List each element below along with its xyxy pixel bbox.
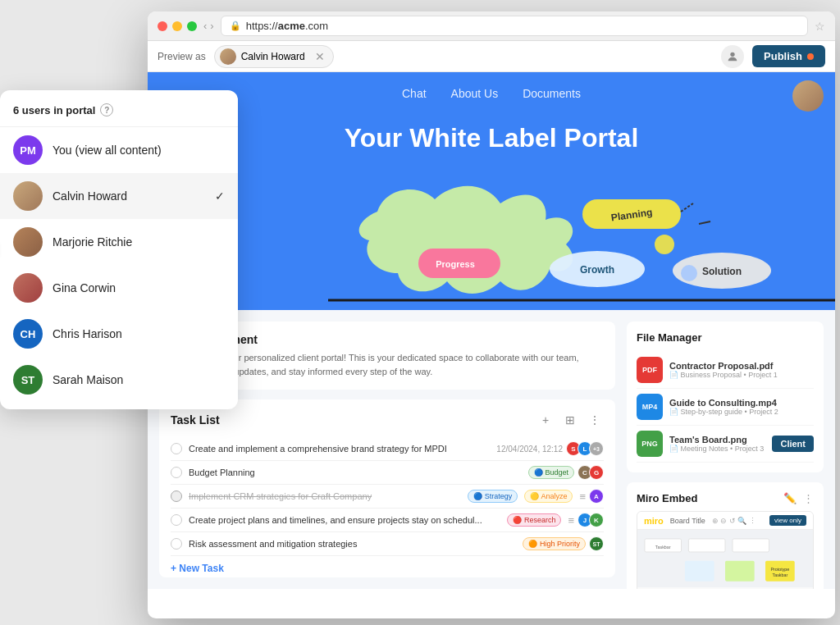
add-task-icon[interactable]: +	[536, 411, 555, 429]
file-manager-card: File Manager PDF Contractor Proposal.pdf…	[627, 322, 824, 472]
nav-arrows: ‹ ›	[203, 20, 214, 32]
list-item: PDF Contractor Proposal.pdf 📄 Business P…	[637, 352, 814, 389]
close-traffic-light[interactable]	[158, 21, 167, 31]
new-task-button[interactable]: + New Task	[171, 556, 604, 574]
svg-text:Solution: Solution	[702, 266, 742, 277]
file-meta: 📄 Business Proposal • Project 1	[669, 371, 814, 379]
task-card: Task List + ⊞ ⋮ Create and implement a c…	[159, 399, 615, 577]
task-checkbox[interactable]	[171, 538, 182, 550]
mp4-icon: MP4	[637, 394, 663, 420]
traffic-lights	[158, 21, 197, 31]
svg-text:Growth: Growth	[580, 264, 614, 276]
task-checkbox[interactable]	[171, 467, 182, 478]
task-avatars: C G	[581, 465, 604, 480]
file-info: Guide to Consulting.mp4 📄 Step-by-step g…	[669, 398, 814, 416]
main-content: Announcement Welcome to your personalize…	[148, 310, 835, 589]
task-text: Create and implement a comprehensive bra…	[189, 444, 490, 454]
svg-rect-16	[688, 539, 725, 552]
user-name: Gina Corwin	[52, 281, 116, 294]
url-bar[interactable]: 🔒 https://acme.com	[221, 16, 808, 36]
list-item[interactable]: Marjorie Ritchie	[0, 219, 238, 265]
list-item: PNG Team's Board.png 📄 Meeting Notes • P…	[637, 426, 814, 463]
nav-chat[interactable]: Chat	[402, 87, 427, 100]
hero-nav: Chat About Us Documents	[148, 72, 835, 115]
pdf-icon: PDF	[637, 357, 663, 383]
file-name: Team's Board.png	[669, 435, 765, 445]
svg-text:Taskbar: Taskbar	[773, 573, 788, 577]
list-item[interactable]: ST Sarah Maison	[0, 357, 238, 403]
miro-logo: miro	[644, 516, 664, 526]
avatar: A	[589, 489, 604, 504]
table-row: Implement CRM strategies for Craft Compa…	[171, 485, 604, 509]
file-manager-title: File Manager	[637, 331, 814, 344]
file-name: Contractor Proposal.pdf	[669, 361, 814, 371]
selected-check-icon: ✓	[215, 189, 225, 203]
task-avatars: ST	[592, 536, 604, 551]
task-tag-research: 🔴 Research	[507, 513, 561, 527]
publish-button[interactable]: Publish	[752, 45, 825, 67]
file-meta: 📄 Meeting Notes • Project 3	[669, 445, 765, 453]
task-tag-highpri: 🟠 High Priority	[523, 537, 586, 550]
task-text: Budget Planning	[189, 468, 522, 477]
file-info: Team's Board.png 📄 Meeting Notes • Proje…	[669, 435, 765, 453]
miro-board-area: Taskbar Prototype Taskbar	[637, 530, 813, 587]
task-tag-analyze: 🟡 Analyze	[524, 490, 573, 503]
hero-shapes: Planning Progress Growth Solution	[148, 179, 835, 310]
star-icon[interactable]: ☆	[815, 20, 825, 33]
nav-about[interactable]: About Us	[451, 87, 499, 100]
url-text: https://acme.com	[246, 20, 328, 32]
svg-rect-17	[733, 539, 769, 552]
miro-header: Miro Embed ✏️ ⋮	[637, 492, 814, 504]
title-bar: ‹ › 🔒 https://acme.com ☆	[148, 11, 835, 41]
nav-documents[interactable]: Documents	[523, 87, 581, 100]
preview-avatar	[220, 48, 236, 65]
list-item[interactable]: Gina Corwin	[0, 265, 238, 311]
more-options-icon[interactable]: ⋮	[586, 411, 604, 429]
task-checkbox-done[interactable]	[171, 490, 182, 502]
announcement-title: Announcement	[174, 333, 604, 346]
png-icon: PNG	[637, 431, 663, 457]
grid-icon[interactable]: ⊞	[561, 411, 579, 429]
avatar	[13, 181, 43, 211]
preview-bar: Preview as Calvin Howard ✕ Publish	[148, 41, 835, 72]
more-icon[interactable]: ⋮	[803, 492, 814, 504]
list-item[interactable]: CH Chris Harison	[0, 311, 238, 357]
table-row: Create project plans and timelines, and …	[171, 509, 604, 532]
announcement-text: Welcome to your personalized client port…	[174, 351, 604, 378]
miro-card: Miro Embed ✏️ ⋮ miro Board Title ⊕ ⊖ ↺ 🔍…	[627, 482, 824, 589]
user-name: Calvin Howard	[52, 189, 127, 203]
view-only-badge: view only	[769, 515, 806, 526]
list-item[interactable]: Calvin Howard ✓	[0, 173, 238, 219]
task-checkbox[interactable]	[171, 514, 182, 526]
svg-text:Prototype: Prototype	[770, 567, 789, 572]
preview-user-chip[interactable]: Calvin Howard ✕	[214, 45, 334, 68]
preview-label: Preview as	[158, 51, 206, 62]
preview-close-button[interactable]: ✕	[315, 50, 325, 63]
list-icon: ≡	[579, 490, 586, 503]
client-badge: Client	[772, 436, 814, 452]
task-text: Risk assessment and mitigation strategie…	[189, 539, 516, 549]
maximize-traffic-light[interactable]	[187, 21, 197, 31]
svg-point-9	[655, 235, 674, 254]
task-list-title: Task List	[171, 413, 220, 427]
forward-icon[interactable]: ›	[210, 20, 213, 32]
minimize-traffic-light[interactable]	[172, 21, 182, 31]
hero-title: Your White Label Portal	[148, 115, 835, 162]
profile-icon[interactable]	[721, 45, 744, 68]
table-row: Budget Planning 🔵 Budget C G	[171, 461, 604, 485]
help-icon[interactable]: ?	[100, 103, 113, 116]
hero-section: Chat About Us Documents Your White Label…	[148, 72, 835, 310]
browser-window: ‹ › 🔒 https://acme.com ☆ Preview as Calv…	[148, 11, 835, 618]
lock-icon: 🔒	[230, 21, 241, 31]
avatar: CH	[13, 319, 43, 349]
miro-actions: ✏️ ⋮	[783, 492, 814, 504]
list-item[interactable]: PM You (view all content)	[0, 127, 238, 173]
back-icon[interactable]: ‹	[203, 20, 207, 32]
svg-line-11	[681, 203, 693, 212]
miro-board-title: Board Title	[670, 517, 705, 525]
edit-icon[interactable]: ✏️	[783, 492, 797, 504]
task-text: Create project plans and timelines, and …	[189, 515, 500, 525]
avatar: G	[589, 465, 604, 480]
task-checkbox[interactable]	[171, 443, 182, 454]
avatar: ST	[13, 365, 43, 395]
